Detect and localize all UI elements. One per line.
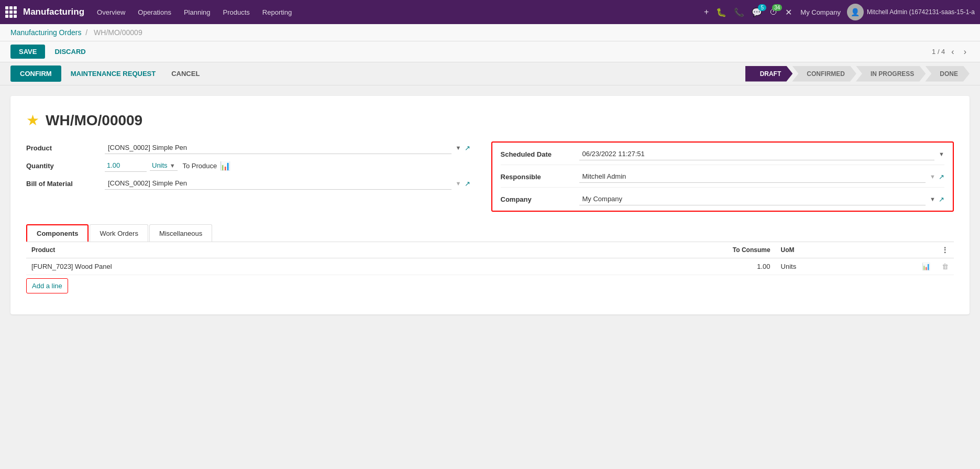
responsible-row: Responsible ▼ ↗	[501, 170, 945, 188]
company-dropdown[interactable]: ▼	[930, 196, 935, 202]
bom-external-link[interactable]: ↗	[465, 180, 470, 188]
status-pipeline: DRAFT CONFIRMED IN PROGRESS DONE	[745, 66, 970, 82]
company-field: ▼ ↗	[579, 193, 945, 205]
nav-planning[interactable]: Planning	[179, 6, 216, 18]
breadcrumb: Manufacturing Orders / WH/MO/00009	[0, 24, 980, 41]
breadcrumb-parent[interactable]: Manufacturing Orders	[10, 28, 81, 37]
bom-field: ▼ ↗	[105, 177, 470, 190]
quantity-row: Quantity Units ▼ To Produce 📊	[26, 159, 470, 172]
nav-reporting[interactable]: Reporting	[257, 6, 297, 18]
components-table: Product To Consume UoM ⋮ [FURN_7023] Woo…	[26, 242, 954, 275]
breadcrumb-separator: /	[85, 28, 87, 37]
responsible-dropdown[interactable]: ▼	[930, 173, 935, 180]
save-button[interactable]: SAVE	[10, 45, 45, 59]
next-page-button[interactable]: ›	[961, 46, 970, 58]
status-step-in-progress[interactable]: IN PROGRESS	[856, 66, 926, 82]
grid-icon	[5, 6, 17, 18]
tab-components[interactable]: Components	[26, 224, 89, 242]
scheduled-date-dropdown[interactable]: ▼	[939, 151, 944, 157]
form-title: WH/MO/00009	[46, 112, 142, 129]
col-to-consume: To Consume	[516, 242, 776, 258]
cancel-button[interactable]: CANCEL	[165, 66, 206, 82]
bom-dropdown-arrow[interactable]: ▼	[456, 180, 461, 187]
units-text: Units	[152, 161, 168, 169]
company-input[interactable]	[579, 193, 926, 205]
action-bar: SAVE DISCARD 1 / 4 ‹ ›	[0, 41, 980, 62]
brand-label: Manufacturing	[23, 7, 84, 17]
company-row: Company ▼ ↗	[501, 193, 945, 205]
bom-input[interactable]	[105, 177, 452, 190]
tab-work-orders[interactable]: Work Orders	[90, 224, 148, 242]
form-left: Product ▼ ↗ Quantity Units ▼	[26, 141, 470, 212]
chat-icon[interactable]: 💬 5	[750, 5, 764, 19]
row-chart[interactable]: 📊	[916, 258, 937, 275]
discard-button[interactable]: DISCARD	[49, 45, 91, 59]
table-row: [FURN_7023] Wood Panel 1.00 Units 📊 🗑	[26, 258, 954, 275]
scheduled-date-input[interactable]	[579, 148, 935, 160]
prev-page-button[interactable]: ‹	[948, 46, 957, 58]
topnav-icons: + 🐛 📞 💬 5 ⏱ 34 ✕ My Company 👤 Mitchell A…	[702, 4, 975, 20]
status-bar: CONFIRM MAINTENANCE REQUEST CANCEL DRAFT…	[0, 62, 980, 85]
product-label: Product	[26, 144, 100, 152]
status-step-confirmed[interactable]: CONFIRMED	[792, 66, 856, 82]
app-brand[interactable]: Manufacturing	[5, 6, 84, 18]
status-step-done[interactable]: DONE	[925, 66, 970, 82]
product-field: ▼ ↗	[105, 141, 470, 154]
bom-row: Bill of Material ▼ ↗	[26, 177, 470, 190]
close-icon[interactable]: ✕	[783, 5, 794, 19]
tab-miscellaneous[interactable]: Miscellaneous	[149, 224, 212, 242]
company-external-link[interactable]: ↗	[939, 195, 944, 203]
company-label: Company	[501, 195, 574, 203]
chart-icon[interactable]: 📊	[220, 161, 230, 171]
nav-products[interactable]: Products	[218, 6, 255, 18]
product-input[interactable]	[105, 141, 452, 154]
star-icon[interactable]: ★	[26, 112, 39, 129]
unit-select-wrap: Units ▼	[150, 160, 178, 171]
add-button[interactable]: +	[702, 5, 711, 19]
form-title-row: ★ WH/MO/00009	[26, 112, 954, 129]
quantity-label: Quantity	[26, 162, 100, 170]
bug-icon[interactable]: 🐛	[714, 5, 729, 19]
maintenance-request-button[interactable]: MAINTENANCE REQUEST	[64, 66, 162, 82]
col-actions[interactable]: ⋮	[937, 242, 954, 258]
top-nav: Manufacturing Overview Operations Planni…	[0, 0, 980, 24]
quantity-field: Units ▼ To Produce 📊	[105, 159, 470, 172]
row-trash[interactable]: 🗑	[937, 258, 954, 275]
scheduled-date-label: Scheduled Date	[501, 150, 574, 158]
phone-icon[interactable]: 📞	[732, 5, 746, 19]
main-content: ★ WH/MO/00009 Product ▼ ↗ Quantity	[0, 85, 980, 460]
nav-overview[interactable]: Overview	[92, 6, 130, 18]
tabs-row: Components Work Orders Miscellaneous	[26, 224, 954, 242]
row-to-consume: 1.00	[516, 258, 776, 275]
form-card: ★ WH/MO/00009 Product ▼ ↗ Quantity	[10, 96, 970, 314]
breadcrumb-current: WH/MO/00009	[94, 28, 142, 37]
responsible-field: ▼ ↗	[579, 170, 945, 183]
chat-badge: 5	[758, 4, 766, 11]
row-product: [FURN_7023] Wood Panel	[26, 258, 516, 275]
to-produce-label: To Produce	[183, 162, 217, 170]
responsible-label: Responsible	[501, 173, 574, 181]
status-step-draft[interactable]: DRAFT	[745, 66, 793, 82]
col-chart	[916, 242, 937, 258]
responsible-input[interactable]	[579, 170, 926, 183]
form-body: Product ▼ ↗ Quantity Units ▼	[26, 141, 954, 212]
product-dropdown-arrow[interactable]: ▼	[456, 145, 461, 151]
clock-badge: 34	[772, 4, 782, 11]
clock-icon[interactable]: ⏱ 34	[767, 5, 780, 19]
product-external-link[interactable]: ↗	[465, 144, 470, 152]
col-uom: UoM	[776, 242, 916, 258]
bom-label: Bill of Material	[26, 180, 100, 188]
pagination: 1 / 4 ‹ ›	[932, 46, 970, 58]
nav-operations[interactable]: Operations	[133, 6, 177, 18]
pagination-text: 1 / 4	[932, 48, 945, 56]
company-label[interactable]: My Company	[797, 8, 844, 16]
avatar[interactable]: 👤	[847, 4, 864, 20]
responsible-external-link[interactable]: ↗	[939, 173, 944, 181]
col-product: Product	[26, 242, 516, 258]
confirm-button[interactable]: CONFIRM	[10, 66, 61, 82]
user-label[interactable]: Mitchell Admin (16742131-saas-15-1-a	[867, 8, 975, 16]
add-line-button[interactable]: Add a line	[26, 278, 68, 293]
units-dropdown-arrow[interactable]: ▼	[170, 162, 175, 169]
row-uom: Units	[776, 258, 916, 275]
quantity-input[interactable]	[105, 159, 147, 172]
